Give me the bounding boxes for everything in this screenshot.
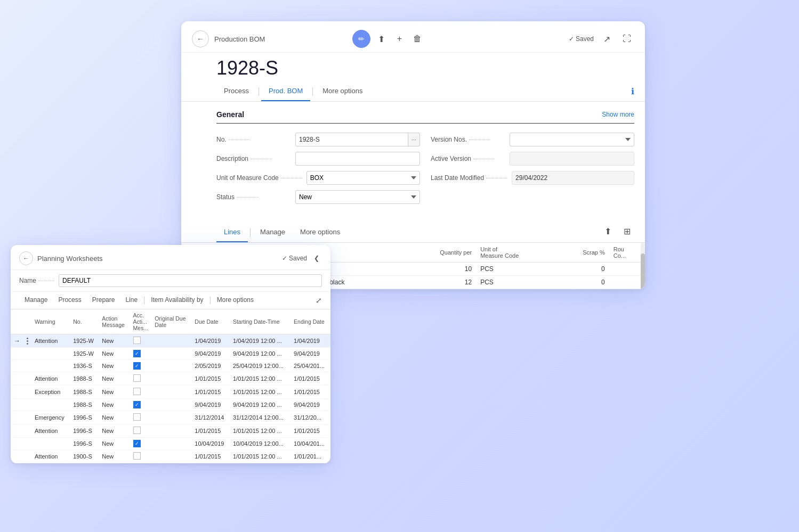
share-icon: ⬆ bbox=[378, 34, 385, 44]
version-nos-select[interactable] bbox=[510, 133, 634, 146]
row-no: 1988-S bbox=[70, 372, 99, 386]
tab-lines[interactable]: Lines bbox=[216, 223, 248, 242]
row-warning[interactable]: Attention bbox=[31, 334, 70, 348]
row-dots bbox=[23, 372, 31, 386]
share-button[interactable]: ⬆ bbox=[374, 31, 389, 46]
planning-expand-button[interactable]: ⤢ bbox=[316, 296, 322, 305]
row-no: 1936-S bbox=[70, 360, 99, 372]
acc-checkbox[interactable] bbox=[133, 427, 141, 434]
planning-tab-process[interactable]: Process bbox=[53, 292, 86, 309]
row-warning[interactable]: Emergency bbox=[31, 411, 70, 424]
row-due-date: 1/04/2019 bbox=[191, 334, 230, 348]
uom-select[interactable]: BOX bbox=[306, 171, 420, 185]
description-input[interactable] bbox=[295, 152, 420, 166]
row-due-date: 9/04/2019 bbox=[191, 399, 230, 411]
planning-tab-prepare[interactable]: Prepare bbox=[87, 292, 120, 309]
row-warning[interactable]: Attention bbox=[31, 372, 70, 386]
acc-checkbox[interactable]: ✓ bbox=[133, 362, 141, 370]
list-item[interactable]: Attention 1988-S New 1/01/2015 1/01/2015… bbox=[11, 372, 330, 386]
list-item[interactable]: 1988-S New ✓ 9/04/2019 9/04/2019 12:00 .… bbox=[11, 399, 330, 411]
row-starting: 1/01/2015 12:00 ... bbox=[230, 450, 290, 463]
delete-button[interactable]: 🗑 bbox=[410, 31, 425, 46]
row-original-due bbox=[151, 450, 191, 463]
acc-checkbox[interactable] bbox=[133, 337, 141, 344]
row-ending: 1/01/2015 bbox=[290, 386, 330, 399]
row-starting: 10/04/2019 12:00... bbox=[230, 438, 290, 450]
planning-tab-line[interactable]: Line bbox=[120, 292, 143, 309]
planning-collapse-button[interactable]: ❮ bbox=[311, 253, 322, 264]
acc-checkbox[interactable]: ✓ bbox=[133, 401, 141, 408]
planning-form: Name bbox=[11, 270, 330, 292]
no-lookup-button[interactable]: ··· bbox=[408, 133, 420, 146]
planning-name-input[interactable] bbox=[59, 274, 322, 287]
table-scrollbar-thumb[interactable] bbox=[641, 253, 645, 289]
acc-checkbox[interactable]: ✓ bbox=[133, 440, 141, 447]
list-item[interactable]: Emergency 1996-S New 31/12/2014 31/12/20… bbox=[11, 411, 330, 424]
show-more-link[interactable]: Show more bbox=[602, 111, 634, 118]
row-acc bbox=[130, 411, 152, 424]
form-row-description: Description bbox=[216, 149, 420, 168]
bom-toolbar: ✏ ⬆ + 🗑 bbox=[352, 30, 425, 48]
planning-back-icon: ← bbox=[23, 255, 29, 262]
fullscreen-button[interactable]: ⛶ bbox=[619, 31, 634, 46]
saved-label: Saved bbox=[576, 35, 594, 43]
row-menu-dots[interactable] bbox=[27, 338, 28, 345]
planning-check: ✓ bbox=[282, 255, 287, 262]
no-input[interactable] bbox=[295, 133, 408, 146]
row-scrap: 0 bbox=[556, 263, 609, 276]
row-warning[interactable]: Attention bbox=[31, 450, 70, 463]
open-external-button[interactable]: ↗ bbox=[599, 31, 614, 46]
table-scrollbar-track[interactable] bbox=[641, 243, 645, 289]
list-item[interactable]: Attention 1996-S New 1/01/2015 1/01/2015… bbox=[11, 424, 330, 438]
row-no: 1996-S bbox=[70, 438, 99, 450]
planning-back-button[interactable]: ← bbox=[19, 251, 33, 265]
status-select[interactable]: New Certified Under Development Closed bbox=[295, 190, 420, 204]
lines-grid-icon[interactable]: ⊞ bbox=[619, 224, 634, 239]
tab-more-options[interactable]: More options bbox=[315, 81, 370, 101]
acc-checkbox[interactable] bbox=[133, 413, 141, 421]
bom-header: ← Production BOM ✏ ⬆ + 🗑 ✓ Saved ↗ ⛶ bbox=[181, 21, 645, 53]
list-item[interactable]: → Attention 1925-W New 1/04/2019 1/ bbox=[11, 334, 330, 348]
acc-checkbox[interactable]: ✓ bbox=[133, 350, 141, 357]
list-item[interactable]: Attention 1900-S New 1/01/2015 1/01/2015… bbox=[11, 450, 330, 463]
bom-back-button[interactable]: ← bbox=[192, 30, 209, 47]
col-rou: RouCo... bbox=[609, 243, 645, 263]
acc-checkbox[interactable] bbox=[133, 452, 141, 460]
planning-tab-availability[interactable]: Item Availability by bbox=[146, 292, 209, 309]
row-due-date: 2/05/2019 bbox=[191, 360, 230, 372]
lines-share-icon[interactable]: ⬆ bbox=[600, 224, 615, 239]
row-action: New bbox=[99, 424, 130, 438]
list-item[interactable]: 1996-S New ✓ 10/04/2019 10/04/2019 12:00… bbox=[11, 438, 330, 450]
list-item[interactable]: 1925-W New ✓ 9/04/2019 9/04/2019 12:00 .… bbox=[11, 348, 330, 360]
tab-prod-bom[interactable]: Prod. BOM bbox=[261, 81, 310, 101]
tab-process[interactable]: Process bbox=[216, 81, 256, 101]
row-warning[interactable]: Attention bbox=[31, 424, 70, 438]
col-pno: No. bbox=[70, 309, 99, 334]
row-dots[interactable] bbox=[23, 334, 31, 348]
tab-manage[interactable]: Manage bbox=[253, 223, 293, 242]
active-version-label: Active Version bbox=[431, 155, 505, 162]
no-field-wrapper: ··· bbox=[295, 133, 420, 146]
info-icon[interactable]: ℹ bbox=[631, 86, 634, 96]
acc-checkbox[interactable] bbox=[133, 388, 141, 395]
add-button[interactable]: + bbox=[392, 31, 407, 46]
row-no: 1925-W bbox=[70, 348, 99, 360]
row-acc: ✓ bbox=[130, 399, 152, 411]
list-item[interactable]: 1936-S New ✓ 2/05/2019 25/04/2019 12:00.… bbox=[11, 360, 330, 372]
planning-tab-manage[interactable]: Manage bbox=[19, 292, 53, 309]
row-acc bbox=[130, 450, 152, 463]
edit-button[interactable]: ✏ bbox=[352, 30, 370, 48]
row-starting: 1/01/2015 12:00 ... bbox=[230, 386, 290, 399]
planning-tab-more[interactable]: More options bbox=[212, 292, 259, 309]
row-arrow bbox=[11, 360, 23, 372]
description-label: Description bbox=[216, 155, 291, 162]
row-original-due bbox=[151, 399, 191, 411]
list-item[interactable]: Exception 1988-S New 1/01/2015 1/01/2015… bbox=[11, 386, 330, 399]
row-arrow bbox=[11, 386, 23, 399]
lines-tab-sep-1 bbox=[250, 228, 251, 237]
acc-checkbox[interactable] bbox=[133, 374, 141, 382]
planning-tab-sep-2 bbox=[210, 297, 211, 304]
bom-tab-bar: Process Prod. BOM More options ℹ bbox=[181, 81, 645, 102]
row-warning[interactable]: Exception bbox=[31, 386, 70, 399]
tab-more-options-lines[interactable]: More options bbox=[293, 223, 348, 242]
